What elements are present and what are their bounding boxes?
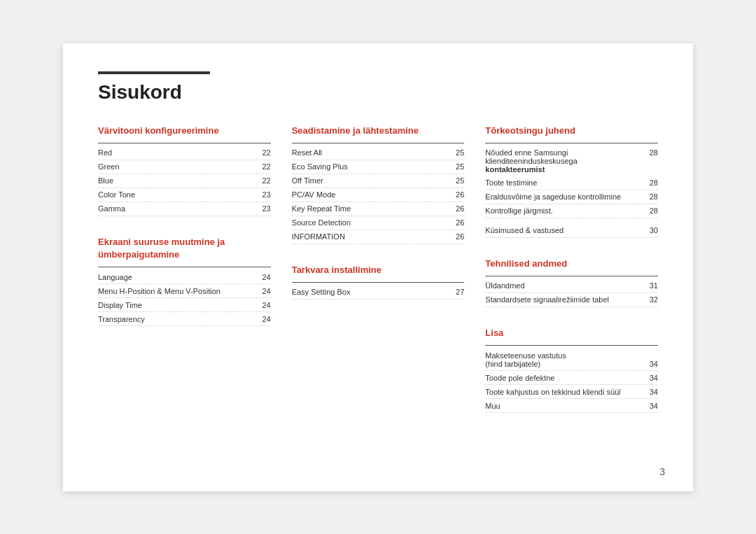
table-row: Source Detection 26 <box>292 216 465 230</box>
row-label-line2: kontakteerumist <box>485 165 638 174</box>
table-row: PC/AV Mode 26 <box>292 188 465 202</box>
table-row: Color Tone 23 <box>98 188 271 202</box>
section-color-divider <box>98 143 271 143</box>
row-page: 24 <box>257 273 271 281</box>
row-label: Display Time <box>98 301 251 309</box>
column-3: Tõrkeotsingu juhend Nõuded enne Samsungi… <box>485 125 658 433</box>
column-2: Seadistamine ja lähtestamine Reset All 2… <box>292 125 465 433</box>
section-screen: Ekraani suuruse muutmine ja ümberpaiguta… <box>98 236 271 326</box>
table-row: Menu H-Position & Menu V-Position 24 <box>98 284 271 298</box>
section-appendix: Lisa Makseteenuse vastutus (hind tarbija… <box>485 327 658 413</box>
section-software-divider <box>292 282 465 283</box>
row-label: Küsimused & vastused <box>485 226 638 234</box>
row-page: 25 <box>450 162 464 171</box>
section-screen-title: Ekraani suuruse muutmine ja ümberpaiguta… <box>98 236 271 261</box>
row-label: Transparency <box>98 315 251 323</box>
section-software: Tarkvara installimine Easy Setting Box 2… <box>292 264 465 300</box>
row-label: Off Timer <box>292 176 445 185</box>
row-label: Reset All <box>292 148 445 157</box>
row-label: Üldandmed <box>485 281 638 290</box>
page-number: 3 <box>659 466 665 477</box>
table-row: Muu 34 <box>485 399 658 413</box>
table-row: Toote kahjustus on tekkinud kliendi süül… <box>485 385 658 399</box>
section-troubleshoot-title: Tõrkeotsingu juhend <box>485 125 658 137</box>
row-label: Key Repeat Time <box>292 204 445 213</box>
table-row: Üldandmed 31 <box>485 279 658 293</box>
table-row: Transparency 24 <box>98 312 271 326</box>
row-label: Green <box>98 162 251 171</box>
section-settings: Seadistamine ja lähtestamine Reset All 2… <box>292 125 465 244</box>
row-page: 27 <box>450 288 464 296</box>
row-label: Gamma <box>98 204 251 213</box>
table-row: Gamma 23 <box>98 202 271 216</box>
row-page: 24 <box>257 315 271 323</box>
row-page: 31 <box>644 281 658 290</box>
title-bar <box>98 71 210 74</box>
table-row: Blue 22 <box>98 174 271 188</box>
row-page: 26 <box>450 190 464 199</box>
row-page: 28 <box>644 192 658 201</box>
row-page: 32 <box>644 295 658 304</box>
page-container: Sisukord Värvitooni konfigureerimine Red… <box>63 43 693 491</box>
section-appendix-divider <box>485 345 658 346</box>
row-label: Blue <box>98 176 251 185</box>
section-color-title: Värvitooni konfigureerimine <box>98 125 271 137</box>
table-row: Küsimused & vastused 30 <box>485 224 658 238</box>
section-settings-divider <box>292 143 465 143</box>
row-label: INFORMATION <box>292 232 445 241</box>
row-label: Muu <box>485 402 638 410</box>
row-page: 30 <box>644 226 658 234</box>
row-label: Easy Setting Box <box>292 288 445 296</box>
spacer <box>485 218 658 224</box>
table-row: Standardsete signaalirežiimide tabel 32 <box>485 293 658 307</box>
section-troubleshoot-divider <box>485 143 658 143</box>
table-row: Eco Saving Plus 25 <box>292 160 465 174</box>
row-page: 22 <box>257 162 271 171</box>
row-page: 24 <box>257 301 271 309</box>
row-page: 23 <box>257 204 271 213</box>
section-technical-title: Tehnilised andmed <box>485 258 658 270</box>
row-page: 26 <box>450 204 464 213</box>
row-label: Standardsete signaalirežiimide tabel <box>485 295 638 304</box>
table-row: Key Repeat Time 26 <box>292 202 465 216</box>
section-appendix-title: Lisa <box>485 327 658 339</box>
row-page: 22 <box>257 148 271 157</box>
section-troubleshoot: Tõrkeotsingu juhend Nõuded enne Samsungi… <box>485 125 658 238</box>
table-row: INFORMATION 26 <box>292 230 465 244</box>
page-main-title: Sisukord <box>98 81 658 104</box>
section-screen-divider <box>98 267 271 267</box>
row-page: 26 <box>450 218 464 227</box>
row-label: Language <box>98 273 251 281</box>
table-row: Eraldusvõime ja sageduse kontrollimine 2… <box>485 190 658 204</box>
table-row: Kontrollige järgmist. 28 <box>485 204 658 218</box>
row-label: Color Tone <box>98 190 251 199</box>
row-label-line2: (hind tarbijatele) <box>485 360 566 368</box>
section-software-title: Tarkvara installimine <box>292 264 465 276</box>
row-label-line1: Nõuded enne Samsungi klienditeeninduskes… <box>485 148 638 165</box>
row-page: 22 <box>257 176 271 185</box>
row-page: 34 <box>644 402 658 410</box>
table-row: Makseteenuse vastutus (hind tarbijatele)… <box>485 349 658 371</box>
row-label: Menu H-Position & Menu V-Position <box>98 287 251 295</box>
row-page: 24 <box>257 287 271 295</box>
section-technical-divider <box>485 276 658 276</box>
row-label: Toode pole defektne <box>485 374 638 382</box>
table-row: Off Timer 25 <box>292 174 465 188</box>
row-label: Toote testimine <box>485 178 638 187</box>
row-page: 25 <box>450 148 464 157</box>
row-label: Source Detection <box>292 218 445 227</box>
section-settings-title: Seadistamine ja lähtestamine <box>292 125 465 137</box>
table-row: Green 22 <box>98 160 271 174</box>
table-row: Easy Setting Box 27 <box>292 286 465 300</box>
row-label: Toote kahjustus on tekkinud kliendi süül <box>485 388 638 396</box>
row-label: Kontrollige järgmist. <box>485 206 638 215</box>
row-label: PC/AV Mode <box>292 190 445 199</box>
column-1: Värvitooni konfigureerimine Red 22 Green… <box>98 125 271 433</box>
row-label: Eraldusvõime ja sageduse kontrollimine <box>485 192 638 201</box>
row-page: 28 <box>644 148 658 157</box>
content-grid: Värvitooni konfigureerimine Red 22 Green… <box>98 125 658 433</box>
row-label: Red <box>98 148 251 157</box>
table-row: Language 24 <box>98 270 271 284</box>
table-row: Reset All 25 <box>292 146 465 160</box>
table-row: Toode pole defektne 34 <box>485 371 658 385</box>
